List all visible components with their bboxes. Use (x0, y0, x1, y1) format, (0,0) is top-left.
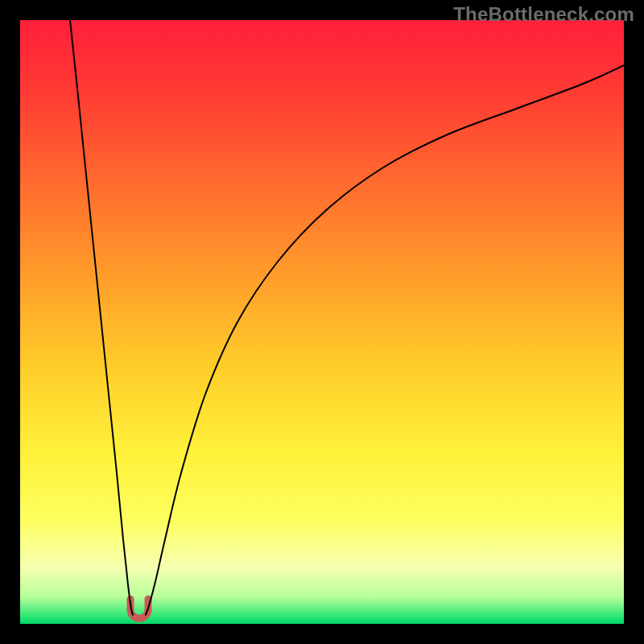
gradient-background (20, 20, 624, 624)
bottleneck-chart (20, 20, 624, 624)
watermark-text: TheBottleneck.com (453, 3, 634, 26)
